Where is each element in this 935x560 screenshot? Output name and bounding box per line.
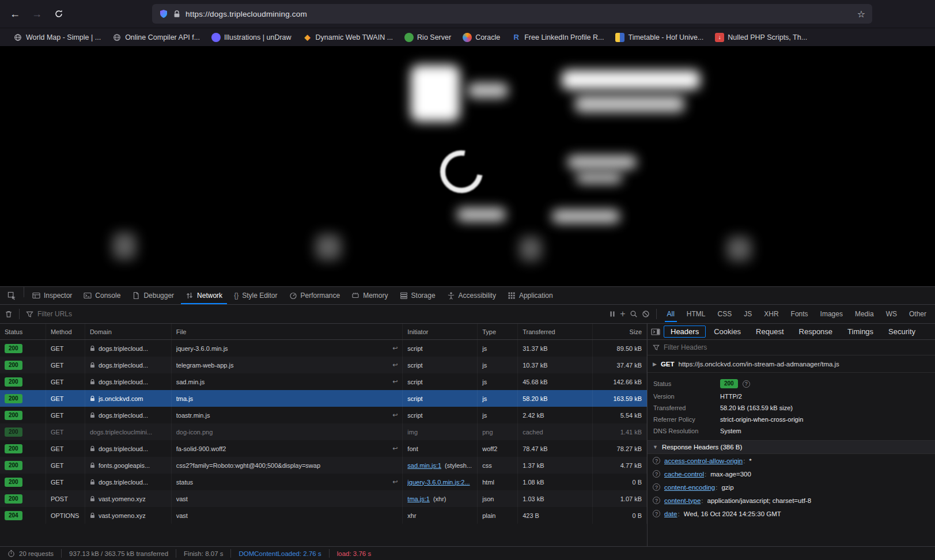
status-cell: 200 — [0, 340, 46, 357]
tab-accessibility[interactable]: Accessibility — [441, 287, 502, 304]
details-tab-response[interactable]: Response — [792, 326, 840, 338]
help-icon[interactable]: ? — [743, 380, 750, 388]
bookmark-item[interactable]: Timetable - Hof Unive... — [610, 31, 709, 44]
pause-traffic-icon[interactable] — [609, 311, 616, 317]
bookmark-item[interactable]: ◆ Dynamic Web TWAIN ... — [298, 31, 399, 44]
details-tab-timings[interactable]: Timings — [841, 326, 880, 338]
filter-fonts[interactable]: Fonts — [787, 308, 812, 320]
table-row[interactable]: 200 GET dogs.triplecloud... sad.min.js↩ … — [0, 373, 647, 390]
initiator-cell: tma.js:1 (xhr) — [403, 490, 478, 507]
response-headers-section[interactable]: ▼ Response Headers (386 B) — [648, 440, 935, 454]
column-header-initiator[interactable]: Initiator — [403, 324, 478, 339]
tab-memory[interactable]: Memory — [346, 287, 393, 304]
filter-media[interactable]: Media — [851, 308, 878, 320]
filter-funnel-icon — [26, 311, 33, 318]
column-header-method[interactable]: Method — [46, 324, 85, 339]
details-tab-cookies[interactable]: Cookies — [707, 326, 748, 338]
filter-js[interactable]: JS — [740, 308, 756, 320]
details-tab-headers[interactable]: Headers — [664, 326, 706, 338]
search-icon[interactable] — [630, 310, 638, 318]
type-cell: js — [478, 357, 518, 373]
bookmark-item[interactable]: World Map - Simple | ... — [8, 31, 106, 44]
status-badge: 200 — [5, 478, 22, 487]
column-header-size[interactable]: Size — [593, 324, 647, 339]
back-button[interactable]: ← — [6, 5, 24, 23]
filter-css[interactable]: CSS — [714, 308, 736, 320]
column-header-file[interactable]: File — [172, 324, 403, 339]
type-cell: js — [478, 373, 518, 390]
tab-inspector[interactable]: Inspector — [27, 287, 78, 304]
bookmark-item[interactable]: R Free LinkedIn Profile R... — [506, 31, 609, 44]
storage-icon — [400, 292, 408, 300]
table-row[interactable]: 200 GET dogs.triplecloud... jquery-3.6.0… — [0, 340, 647, 357]
filter-xhr[interactable]: XHR — [760, 308, 782, 320]
initiator-link[interactable]: jquery-3.6.0.min.js:2... — [407, 479, 470, 486]
filter-other[interactable]: Other — [905, 308, 930, 320]
table-row-selected[interactable]: 200 GET js.onclckvd.com tma.js script js… — [0, 390, 647, 407]
details-tab-security[interactable]: Security — [881, 326, 922, 338]
filter-html[interactable]: HTML — [683, 308, 710, 320]
request-summary-line[interactable]: ▶ GET https://js.onclckvd.com/in-stream-… — [648, 355, 935, 373]
table-row[interactable]: 204 OPTIONS vast.yomeno.xyz vast xhr pla… — [0, 507, 647, 524]
tab-network[interactable]: Network — [180, 287, 228, 304]
column-header-domain[interactable]: Domain — [85, 324, 172, 339]
filter-ws[interactable]: WS — [882, 308, 901, 320]
tab-performance[interactable]: Performance — [283, 287, 346, 304]
bookmark-item[interactable]: Illustrations | unDraw — [206, 31, 297, 44]
tracking-protection-shield-icon[interactable] — [159, 9, 168, 18]
initiator-link[interactable]: tma.js:1 — [407, 495, 430, 502]
table-row[interactable]: 200 GET dogs.triplecloud... telegram-web… — [0, 357, 647, 373]
requests-count[interactable]: 20 requests — [0, 549, 61, 558]
help-icon[interactable]: ? — [653, 470, 660, 478]
table-row[interactable]: 200 GET dogs.triplecloud... fa-solid-900… — [0, 440, 647, 457]
tab-style-editor[interactable]: {} Style Editor — [228, 287, 283, 304]
tab-storage[interactable]: Storage — [394, 287, 441, 304]
clear-requests-icon[interactable] — [5, 310, 13, 318]
table-row[interactable]: 200 POST vast.yomeno.xyz vast tma.js:1 (… — [0, 490, 647, 507]
tab-debugger[interactable]: Debugger — [126, 287, 180, 304]
forward-button[interactable]: → — [28, 5, 46, 23]
details-tab-request[interactable]: Request — [749, 326, 790, 338]
table-row[interactable]: 200 GET fonts.googleapis... css2?family=… — [0, 457, 647, 474]
disclosure-triangle-icon[interactable]: ▼ — [653, 444, 658, 450]
filter-headers-input[interactable] — [664, 343, 930, 351]
section-title: Response Headers (386 B) — [662, 444, 742, 451]
finish-time: Finish: 8.07 s — [176, 549, 230, 558]
tab-application[interactable]: Application — [502, 287, 559, 304]
column-header-type[interactable]: Type — [478, 324, 518, 339]
type-cell: plain — [478, 507, 518, 524]
bookmark-star-icon[interactable]: ☆ — [857, 9, 865, 20]
pick-element-icon[interactable] — [2, 287, 21, 304]
table-row[interactable]: 200 GET dogs.triplecloud... status↩ jque… — [0, 474, 647, 490]
har-import-icon[interactable]: + — [620, 309, 625, 319]
blurred-button-right — [552, 210, 620, 223]
transferred-cell: 1.37 kB — [518, 457, 593, 474]
disclosure-triangle-icon[interactable]: ▶ — [653, 361, 657, 367]
help-icon[interactable]: ? — [653, 457, 660, 464]
bookmark-item[interactable]: ↓ Nulled PHP Scripts, Th... — [710, 31, 812, 44]
help-icon[interactable]: ? — [653, 483, 660, 491]
url-text[interactable]: https://dogs.triplecloudmining.com — [186, 10, 852, 18]
url-bar[interactable]: https://dogs.triplecloudmining.com ☆ — [152, 4, 872, 24]
filter-urls-input[interactable] — [37, 310, 605, 318]
help-icon[interactable]: ? — [653, 510, 660, 517]
console-icon — [84, 292, 92, 300]
filter-all[interactable]: All — [663, 308, 679, 320]
bookmark-item[interactable]: Coracle — [457, 31, 505, 44]
tab-console[interactable]: Console — [78, 287, 126, 304]
file-cell: toastr.min.js↩ — [172, 407, 403, 423]
block-requests-icon[interactable] — [642, 310, 650, 318]
filter-images[interactable]: Images — [816, 308, 847, 320]
column-header-status[interactable]: Status — [0, 324, 46, 339]
status-cell: 200 — [0, 390, 46, 407]
help-icon[interactable]: ? — [653, 497, 660, 504]
initiator-link[interactable]: sad.min.js:1 — [407, 462, 441, 469]
column-header-transferred[interactable]: Transferred — [518, 324, 593, 339]
table-row-cached[interactable]: 200 GET dogs.tripleclouclmini... dog-ico… — [0, 423, 647, 440]
table-row[interactable]: 200 GET dogs.triplecloud... toastr.min.j… — [0, 407, 647, 423]
split-console-icon[interactable] — [651, 328, 660, 336]
reload-button[interactable] — [50, 5, 68, 23]
bookmark-item[interactable]: Online Compiler API f... — [107, 31, 205, 44]
bookmark-item[interactable]: Rio Server — [399, 31, 456, 44]
lock-icon[interactable] — [173, 10, 180, 18]
